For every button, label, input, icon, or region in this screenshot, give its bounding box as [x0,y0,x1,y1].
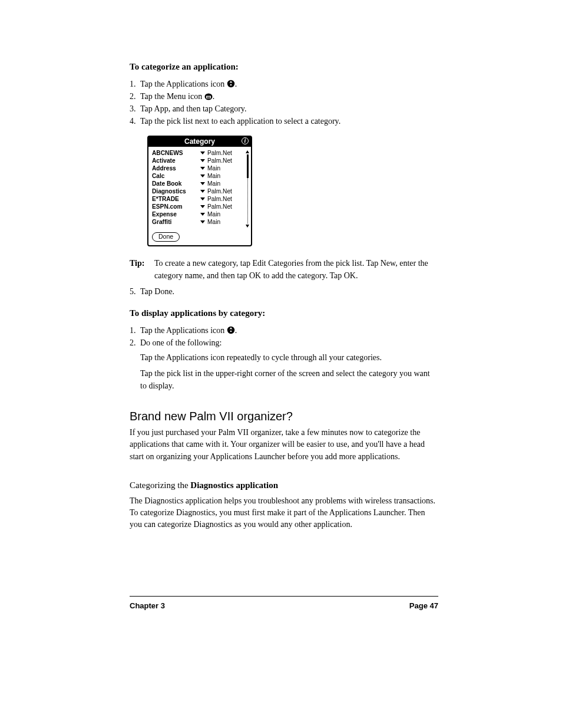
category-picklist[interactable]: Palm.Net [207,187,232,195]
category-picklist[interactable]: Main [207,210,220,218]
step-number: 1. [130,78,140,90]
category-row: DiagnosticsPalm.Net [152,187,249,195]
category-row: AddressMain [152,164,249,172]
scrollbar[interactable] [246,150,249,228]
categorize-steps: 1. Tap the Applications icon . 2. Tap th… [130,78,438,127]
category-row: ActivatePalm.Net [152,157,249,164]
svg-point-8 [230,331,232,332]
applications-icon [227,326,235,334]
scroll-thumb[interactable] [247,154,249,178]
category-row: ExpenseMain [152,210,249,218]
dropdown-triangle-icon[interactable] [200,159,205,162]
dropdown-triangle-icon[interactable] [200,174,205,177]
step-number: 2. [130,90,140,103]
step-text: Do one of the following: [140,337,438,349]
page-rule [130,596,438,597]
category-row: GraffitiMain [152,218,249,226]
app-name: Date Book [152,180,200,187]
heading-brand-new: Brand new Palm VII organizer? [130,410,438,423]
category-picklist[interactable]: Palm.Net [207,149,232,157]
svg-rect-4 [206,95,211,96]
category-picklist[interactable]: Main [207,164,220,172]
scroll-track [247,178,248,223]
dialog-titlebar: Category i [148,137,251,147]
info-icon[interactable]: i [242,137,249,144]
svg-rect-5 [207,97,210,97]
category-row: CalcMain [152,172,249,180]
dropdown-triangle-icon[interactable] [200,220,205,223]
done-button[interactable]: Done [152,232,180,242]
bullet-text: Tap the pick list in the upper-right cor… [140,367,438,392]
dropdown-triangle-icon[interactable] [200,197,205,200]
category-row: ESPN.comPalm.Net [152,203,249,210]
dropdown-triangle-icon[interactable] [200,167,205,170]
app-name: Activate [152,157,200,164]
step-text: Tap the pick list next to each applicati… [140,115,438,127]
page-number: Page 47 [409,601,438,610]
category-row: ABCNEWSPalm.Net [152,149,249,157]
step-text: Tap the Applications icon . [140,324,438,337]
app-name: E*TRADE [152,195,200,203]
scroll-down-icon[interactable] [246,225,249,228]
category-picklist[interactable]: Main [207,180,220,187]
svg-point-1 [230,84,232,86]
dropdown-triangle-icon[interactable] [200,151,205,154]
step-text: Tap Done. [140,285,438,298]
heading-display: To display applications by category: [130,308,438,318]
app-name: ABCNEWS [152,149,200,157]
category-picklist[interactable]: Palm.Net [207,203,232,210]
dropdown-triangle-icon[interactable] [200,205,205,208]
heading-diagnostics: Categorizing the Diagnostics application [130,480,438,490]
tip-text: To create a new category, tap Edit Categ… [154,257,438,282]
step-number: 5. [130,285,140,298]
applications-icon [227,80,235,88]
tip-label: Tip: [130,257,154,269]
dropdown-triangle-icon[interactable] [200,182,205,185]
app-name: ESPN.com [152,203,200,210]
scroll-up-icon[interactable] [246,150,249,153]
bullet-text: Tap the Applications icon repeatedly to … [140,351,438,364]
category-picklist[interactable]: Palm.Net [207,157,232,164]
category-picklist[interactable]: Main [207,172,220,180]
app-name: Address [152,164,200,172]
step-number: 1. [130,324,140,337]
app-name: Graffiti [152,218,200,226]
brand-body: If you just purchased your Palm VII orga… [130,427,438,463]
diagnostics-body: The Diagnostics application helps you tr… [130,495,438,531]
menu-icon [204,93,213,100]
category-dialog-screenshot: Category i ABCNEWSPalm.NetActivatePalm.N… [147,136,252,246]
page-footer: Chapter 3 Page 47 [130,601,438,610]
category-row: E*TRADEPalm.Net [152,195,249,203]
step-text: Tap the Applications icon . [140,78,438,90]
step-number: 2. [130,337,140,349]
dropdown-triangle-icon[interactable] [200,190,205,193]
step-text: Tap the Menu icon . [140,90,438,103]
step-text: Tap App, and then tap Category. [140,103,438,115]
category-row: Date BookMain [152,180,249,187]
category-picklist[interactable]: Main [207,218,220,226]
category-list: ABCNEWSPalm.NetActivatePalm.NetAddressMa… [152,149,249,226]
step-number: 3. [130,103,140,115]
dialog-title: Category [184,137,215,146]
app-name: Calc [152,172,200,180]
heading-categorize: To categorize an application: [130,62,438,72]
dropdown-triangle-icon[interactable] [200,213,205,216]
category-picklist[interactable]: Palm.Net [207,195,232,203]
svg-rect-6 [207,97,210,98]
app-name: Diagnostics [152,187,200,195]
app-name: Expense [152,210,200,218]
chapter-label: Chapter 3 [130,601,165,610]
step-number: 4. [130,115,140,127]
